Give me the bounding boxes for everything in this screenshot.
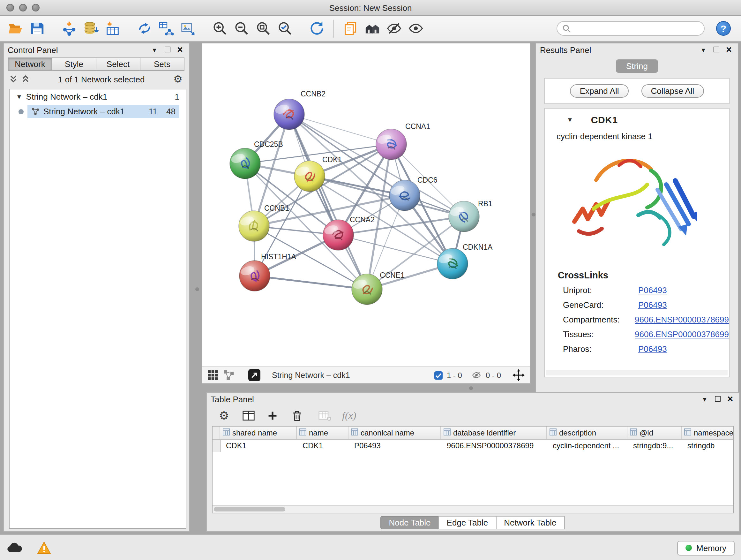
zoom-out-button[interactable]	[232, 19, 250, 37]
network-node-CDKN1A[interactable]	[437, 248, 468, 279]
crosslink-uniprot-link[interactable]: P06493	[638, 283, 667, 298]
expand-all-button[interactable]: Expand All	[570, 84, 629, 98]
table-cell[interactable]: CDK1	[221, 440, 297, 452]
network-node-HIST1H1A[interactable]	[239, 260, 270, 291]
network-view[interactable]: CCNB2CCNA1CDC25BCDK1CDC6RB1CCNB1CCNA2CDK…	[202, 43, 530, 367]
crosslink-genecard-link[interactable]: P06493	[638, 298, 667, 312]
network-overview-button[interactable]	[223, 370, 234, 381]
right-splitter-handle[interactable]	[532, 212, 536, 216]
column-header-description[interactable]: description	[547, 427, 627, 439]
import-table-button[interactable]	[104, 19, 121, 37]
table-row[interactable]: CDK1CDK1P064939606.ENSP00000378699cyclin…	[212, 440, 733, 452]
collapse-all-button[interactable]: Collapse All	[642, 84, 704, 98]
table-horizontal-scrollbar[interactable]	[212, 505, 733, 513]
save-session-button[interactable]	[28, 19, 46, 37]
table-cell[interactable]: CDK1	[297, 440, 349, 452]
table-settings-gear-icon[interactable]: ⚙	[217, 409, 231, 423]
network-node-CCNB1[interactable]	[239, 211, 269, 241]
show-all-button[interactable]	[407, 19, 424, 37]
crosslink-pharos-link[interactable]: P06493	[638, 341, 667, 356]
open-session-button[interactable]	[6, 19, 24, 37]
cloud-status-button[interactable]	[6, 542, 23, 554]
panel-float-icon[interactable]	[711, 46, 721, 54]
tab-sets[interactable]: Sets	[140, 57, 185, 71]
window-minimize-button[interactable]	[19, 4, 27, 11]
zoom-fit-button[interactable]	[254, 19, 272, 37]
network-node-CCNE1[interactable]	[352, 274, 382, 305]
panel-close-icon[interactable]: ✕	[725, 395, 735, 403]
tab-network-table[interactable]: Network Table	[495, 516, 564, 529]
bottom-splitter-handle[interactable]	[469, 386, 473, 390]
card-scrollbar[interactable]	[546, 370, 728, 375]
panel-float-icon[interactable]	[712, 395, 723, 403]
network-collection-row[interactable]: ▼ String Network – cdk1 1	[10, 89, 186, 104]
memory-button[interactable]: Memory	[677, 541, 735, 555]
column-header-namespace[interactable]: namespace	[682, 427, 734, 439]
panel-menu-icon[interactable]: ▾	[699, 395, 710, 403]
add-column-button[interactable]	[266, 409, 280, 423]
network-node-CCNA1[interactable]	[376, 129, 407, 160]
search-input[interactable]	[574, 23, 699, 34]
import-network-database-button[interactable]	[82, 19, 99, 37]
disclosure-triangle-icon[interactable]: ▼	[16, 93, 22, 100]
network-node-CDK1[interactable]	[294, 161, 325, 192]
selected-checkbox-icon[interactable]	[434, 371, 443, 380]
tab-select[interactable]: Select	[96, 57, 140, 71]
column-header-canonical-name[interactable]: canonical name	[348, 427, 441, 439]
crosslink-tissues-link[interactable]: 9606.ENSP00000378699	[635, 327, 729, 341]
hide-selected-button[interactable]	[385, 19, 403, 37]
network-node-CCNB2[interactable]	[274, 99, 305, 130]
column-header--id[interactable]: @id	[627, 427, 682, 439]
hidden-eye-slash-icon[interactable]	[471, 370, 482, 380]
network-row[interactable]: String Network – cdk1 11 48	[10, 104, 186, 119]
column-header-shared-name[interactable]: shared name	[220, 427, 297, 439]
left-splitter-handle[interactable]	[195, 287, 199, 291]
new-network-button[interactable]	[135, 19, 153, 37]
document-button[interactable]	[341, 19, 359, 37]
network-edge-HIST1H1A-CCNE1[interactable]	[255, 276, 367, 289]
tab-style[interactable]: Style	[52, 57, 96, 71]
table-cell[interactable]: cyclin-dependent ...	[548, 440, 628, 452]
import-network-file-button[interactable]	[60, 19, 78, 37]
warnings-button[interactable]	[37, 542, 51, 554]
help-button[interactable]: ?	[716, 21, 731, 36]
protein-disclosure-icon[interactable]: ▼	[567, 116, 573, 123]
home-button[interactable]	[363, 19, 381, 37]
window-zoom-button[interactable]	[32, 4, 40, 11]
panel-close-icon[interactable]: ✕	[724, 45, 734, 54]
pan-crosshair-icon[interactable]	[513, 369, 525, 381]
tab-edge-table[interactable]: Edge Table	[439, 516, 496, 529]
expand-all-icon[interactable]	[22, 75, 29, 83]
network-node-CDC25B[interactable]	[230, 148, 260, 179]
scrollbar-thumb[interactable]	[214, 507, 285, 511]
panel-menu-icon[interactable]: ▾	[698, 46, 709, 54]
delete-column-button[interactable]	[290, 409, 304, 423]
table-cell[interactable]: P06493	[349, 440, 442, 452]
birdseye-toggle-button[interactable]	[207, 370, 218, 381]
network-node-CCNA2[interactable]	[323, 220, 354, 250]
detach-view-button[interactable]	[248, 369, 260, 381]
column-header-name[interactable]: name	[297, 427, 348, 439]
panel-float-icon[interactable]	[162, 46, 172, 54]
zoom-selected-button[interactable]	[276, 19, 293, 37]
network-node-RB1[interactable]	[449, 201, 479, 232]
export-image-button[interactable]	[179, 19, 197, 37]
network-edge-CCNB2-CCNE1[interactable]	[289, 114, 367, 289]
tab-network[interactable]: Network	[8, 57, 52, 71]
network-from-table-button[interactable]	[157, 19, 175, 37]
network-row-selected[interactable]: String Network – cdk1 11 48	[27, 105, 179, 118]
gear-icon[interactable]: ⚙	[173, 74, 183, 84]
window-close-button[interactable]	[6, 4, 14, 11]
table-cell[interactable]: stringdb	[682, 440, 734, 452]
show-columns-button[interactable]	[241, 409, 255, 423]
tab-string[interactable]: String	[616, 59, 658, 73]
collapse-all-icon[interactable]	[10, 75, 17, 83]
table-cell[interactable]: stringdb:9...	[628, 440, 682, 452]
column-header-database-identifier[interactable]: database identifier	[441, 427, 547, 439]
refresh-button[interactable]	[308, 19, 326, 37]
panel-menu-icon[interactable]: ▾	[149, 46, 159, 54]
zoom-in-button[interactable]	[211, 19, 228, 37]
tab-node-table[interactable]: Node Table	[381, 516, 439, 529]
panel-close-icon[interactable]: ✕	[175, 45, 185, 54]
crosslink-compartments-link[interactable]: 9606.ENSP00000378699	[635, 312, 729, 327]
